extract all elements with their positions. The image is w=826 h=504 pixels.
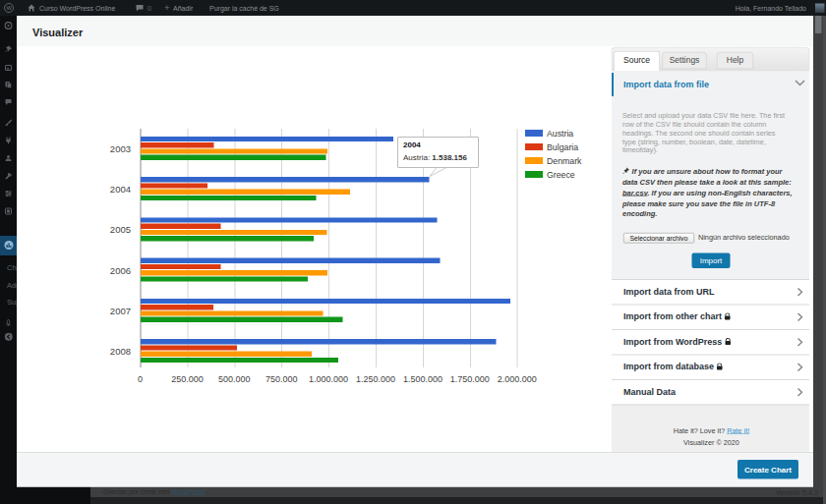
svg-text:W: W: [6, 5, 12, 11]
